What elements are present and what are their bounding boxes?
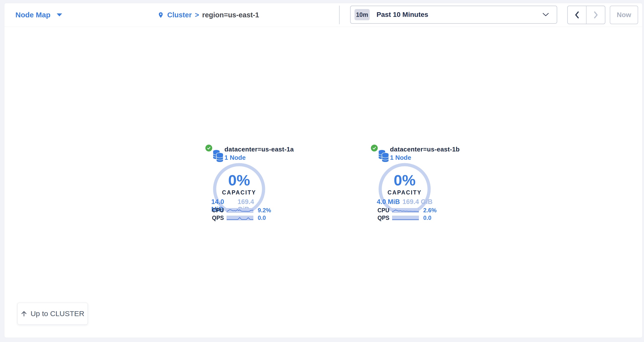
cpu-value: 2.6%	[423, 207, 437, 214]
header-bar: Node Map Cluster > region=us-east-1 10m …	[4, 3, 642, 27]
location-pin-icon	[158, 11, 164, 19]
header-divider	[339, 5, 340, 24]
chevron-right-icon	[593, 11, 598, 19]
qps-label: QPS	[378, 215, 392, 221]
breadcrumb-cluster-link[interactable]: Cluster	[167, 11, 192, 19]
breadcrumb-separator: >	[195, 11, 199, 19]
locality-card-us-east-1b[interactable]: datacenter=us-east-1b 1 Node 0% CAPACITY…	[371, 144, 438, 225]
view-selector-dropdown[interactable]: Node Map	[16, 3, 62, 27]
qps-metric-row: QPS 0.0	[378, 215, 437, 221]
view-selector-label: Node Map	[16, 11, 50, 19]
locality-title: datacenter=us-east-1a	[224, 146, 294, 153]
chevron-left-icon	[574, 11, 580, 19]
qps-value: 0.0	[423, 215, 431, 221]
locality-card-us-east-1a[interactable]: datacenter=us-east-1a 1 Node 0% CAPACITY…	[205, 144, 273, 225]
qps-label: QPS	[212, 215, 227, 221]
status-healthy-icon	[205, 144, 213, 152]
capacity-percent: 0%	[212, 173, 267, 188]
breadcrumb: Cluster > region=us-east-1	[158, 3, 259, 27]
time-range-label: Past 10 Minutes	[376, 11, 428, 18]
breadcrumb-current: region=us-east-1	[202, 11, 259, 19]
locality-title: datacenter=us-east-1b	[390, 146, 460, 153]
qps-sparkline	[392, 216, 419, 220]
qps-metric-row: QPS 0.0	[212, 215, 272, 221]
cpu-sparkline	[392, 208, 419, 213]
time-nav-group	[567, 5, 605, 24]
time-range-dropdown[interactable]: 10m Past 10 Minutes	[350, 5, 557, 24]
cpu-sparkline	[227, 208, 253, 213]
up-to-cluster-label: Up to CLUSTER	[30, 310, 84, 318]
cpu-label: CPU	[378, 207, 392, 214]
qps-value: 0.0	[258, 215, 266, 221]
status-healthy-icon	[370, 144, 378, 152]
locality-node-count: 1 Node	[390, 154, 411, 161]
time-range-badge: 10m	[354, 9, 370, 20]
node-map-panel: Node Map Cluster > region=us-east-1 10m …	[4, 3, 642, 338]
locality-node-count: 1 Node	[224, 154, 246, 161]
cpu-metric-row: CPU 9.2%	[212, 207, 272, 214]
time-next-button[interactable]	[586, 6, 605, 24]
capacity-percent: 0%	[377, 173, 432, 188]
capacity-label: CAPACITY	[212, 189, 267, 196]
cpu-metric-row: CPU 2.6%	[378, 207, 437, 214]
up-to-cluster-button[interactable]: Up to CLUSTER	[17, 303, 88, 325]
chevron-down-icon	[542, 13, 549, 16]
database-icon	[212, 148, 224, 162]
caret-down-icon	[57, 13, 62, 16]
cpu-value: 9.2%	[258, 207, 271, 214]
qps-sparkline	[227, 216, 253, 220]
capacity-label: CAPACITY	[377, 189, 432, 196]
cpu-label: CPU	[212, 207, 227, 214]
capacity-used: 4.0 MiB	[377, 198, 400, 206]
capacity-values: 4.0 MiB 169.4 GiB	[377, 198, 432, 206]
capacity-total: 169.4 GiB	[402, 198, 432, 206]
database-icon	[378, 148, 389, 162]
now-button[interactable]: Now	[610, 5, 638, 24]
up-arrow-icon	[21, 311, 27, 317]
time-prev-button[interactable]	[568, 6, 586, 24]
